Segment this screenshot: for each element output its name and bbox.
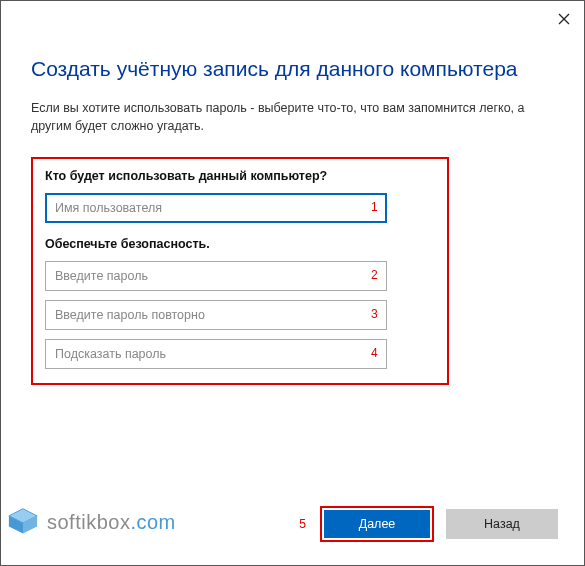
next-button[interactable]: Далее	[324, 510, 430, 538]
section-who-label: Кто будет использовать данный компьютер?	[45, 169, 435, 183]
watermark-brand: softikbox	[47, 511, 130, 533]
watermark: softikbox.com	[5, 507, 176, 537]
close-icon	[558, 13, 570, 25]
button-row: 5 Далее Назад	[299, 506, 558, 542]
password-input[interactable]	[45, 261, 387, 291]
section-security-label: Обеспечьте безопасность.	[45, 237, 435, 251]
back-button[interactable]: Назад	[446, 509, 558, 539]
form-highlight-box: Кто будет использовать данный компьютер?…	[31, 157, 449, 385]
password-hint-input[interactable]	[45, 339, 387, 369]
username-input[interactable]	[45, 193, 387, 223]
close-button[interactable]	[554, 9, 574, 29]
password-field-wrap: 2	[45, 261, 435, 291]
softikbox-logo-icon	[5, 507, 41, 537]
password-confirm-field-wrap: 3	[45, 300, 435, 330]
next-button-highlight: Далее	[320, 506, 434, 542]
password-hint-field-wrap: 4	[45, 339, 435, 369]
watermark-text: softikbox.com	[47, 511, 176, 534]
dialog-window: Создать учётную запись для данного компь…	[0, 0, 585, 566]
watermark-domain: .com	[130, 511, 175, 533]
content-area: Создать учётную запись для данного компь…	[1, 1, 584, 385]
page-title: Создать учётную запись для данного компь…	[31, 57, 554, 81]
page-subtitle: Если вы хотите использовать пароль - выб…	[31, 99, 554, 135]
marker-5: 5	[299, 517, 306, 531]
password-confirm-input[interactable]	[45, 300, 387, 330]
username-field-wrap: 1	[45, 193, 435, 223]
